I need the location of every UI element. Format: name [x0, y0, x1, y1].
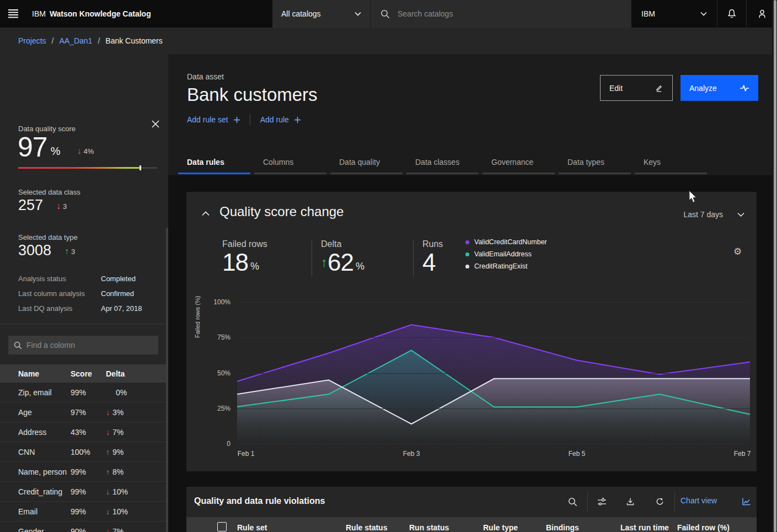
delta-value: 9% — [112, 448, 124, 456]
quality-score-change-card: Quality score change Last 7 days Failed … — [186, 192, 757, 471]
violations-header-rule-status[interactable]: Rule status — [346, 523, 387, 532]
find-column-input[interactable] — [26, 341, 148, 350]
catalog-selector[interactable]: All catalogs — [272, 0, 371, 28]
gear-icon[interactable]: ⚙ — [733, 246, 742, 257]
column-delta: ↓7% — [106, 428, 150, 437]
reset-button[interactable] — [650, 492, 669, 511]
table-row[interactable]: Age97%↓3% — [0, 402, 168, 422]
legend-label: ValidEmailAddress — [474, 250, 532, 258]
breadcrumb-separator: / — [98, 36, 100, 45]
brand-prefix: IBM — [32, 9, 46, 18]
delta-value: 7% — [112, 527, 124, 532]
chart-stats: Failed rows18%Delta↑62%Runs4 — [222, 239, 443, 278]
download-button[interactable] — [621, 492, 640, 511]
violations-header-last-run-time[interactable]: Last run time — [620, 523, 669, 532]
hamburger-menu-icon[interactable] — [0, 0, 26, 28]
time-range-selector[interactable]: Last 7 days — [683, 210, 744, 219]
page-title: Bank customers — [187, 84, 318, 105]
time-range-label: Last 7 days — [683, 210, 723, 219]
y-tick-label: 100% — [197, 298, 231, 306]
table-row[interactable]: Address43%↓7% — [0, 422, 168, 442]
tab-data-rules[interactable]: Data rules — [177, 154, 253, 174]
account-selector[interactable]: IBM — [631, 0, 717, 28]
status-label: Last DQ analysis — [18, 304, 101, 313]
top-bar: IBM Watson Knowledge Catalog All catalog… — [0, 0, 777, 28]
legend-item[interactable]: ValidCreditCardNumber — [465, 238, 547, 246]
chart-card-title: Quality score change — [219, 204, 344, 219]
analyze-button[interactable]: Analyze — [680, 75, 758, 101]
column-delta: ↑9% — [106, 448, 150, 456]
data-type-number: 3008 — [18, 242, 51, 259]
add-rule-set-link[interactable]: Add rule set — [187, 115, 240, 124]
download-icon — [626, 497, 635, 506]
tab-data-types[interactable]: Data types — [558, 154, 634, 174]
table-row[interactable]: Credit_rating99%↓10% — [0, 482, 168, 502]
gridline — [237, 444, 750, 444]
app-brand: IBM Watson Knowledge Catalog — [32, 0, 151, 28]
breadcrumb-link[interactable]: AA_Dan1 — [59, 36, 92, 45]
page-scrollbar-thumb[interactable] — [774, 0, 776, 532]
tab-columns[interactable]: Columns — [253, 154, 329, 174]
asset-tabs: Data rulesColumnsData qualityData classe… — [177, 154, 710, 174]
gridline — [237, 337, 750, 338]
tab-governance[interactable]: Governance — [481, 154, 558, 174]
tab-data-classes[interactable]: Data classes — [405, 154, 481, 174]
select-all-checkbox[interactable] — [217, 522, 227, 531]
divider — [312, 240, 312, 277]
columns-table-body: Zip, email99%0%Age97%↓3%Address43%↓7%CNN… — [0, 383, 168, 532]
tab-underline — [635, 173, 707, 174]
collapse-chevron-up-icon[interactable] — [202, 208, 212, 216]
close-icon[interactable] — [149, 118, 162, 130]
column-name: Credit_rating — [0, 487, 71, 496]
table-row[interactable]: Email99%↓10% — [0, 502, 168, 522]
gridline — [237, 302, 750, 303]
tab-underline — [178, 173, 250, 174]
quality-score-value: 97 % ↓ 4% — [18, 133, 94, 161]
legend-item[interactable]: CreditRatingExist — [465, 262, 547, 270]
stat-runs: Runs4 — [422, 239, 443, 278]
column-delta: 0% — [106, 388, 150, 397]
arrow-down-icon: ↓ — [106, 428, 110, 437]
edit-button-label: Edit — [609, 84, 623, 93]
column-name: CNN — [0, 448, 71, 456]
divider — [587, 491, 588, 512]
table-row[interactable]: Name, person99%↑8% — [0, 462, 168, 482]
tab-data-quality[interactable]: Data quality — [329, 154, 405, 174]
column-name: Name, person — [0, 467, 71, 476]
breadcrumb-link[interactable]: Projects — [18, 36, 46, 45]
gauge-gradient — [18, 167, 140, 169]
chart-view-toggle[interactable]: Chart view — [680, 496, 717, 505]
edit-button[interactable]: Edit — [600, 75, 673, 101]
stat-number: 4 — [422, 250, 435, 275]
status-row: Analysis statusCompleted — [18, 275, 151, 283]
y-tick-label: 75% — [197, 334, 231, 341]
violations-header-run-status[interactable]: Run status — [409, 523, 449, 532]
data-class-number: 257 — [18, 197, 43, 213]
tab-label: Data quality — [339, 158, 380, 166]
divider — [674, 491, 675, 512]
chart-legend: ValidCreditCardNumberValidEmailAddressCr… — [465, 238, 547, 270]
violations-header-failed-row[interactable]: Failed row (%) — [677, 523, 730, 532]
legend-label: CreditRatingExist — [474, 262, 528, 270]
table-row[interactable]: CNN100%↑9% — [0, 442, 168, 462]
breadcrumb-separator: / — [52, 36, 54, 45]
data-type-delta: 3 — [71, 248, 75, 256]
column-delta: ↑8% — [106, 467, 150, 476]
violations-header-rule-type[interactable]: Rule type — [483, 523, 518, 532]
violations-header-rule-set[interactable]: Rule set — [237, 523, 267, 532]
tab-keys[interactable]: Keys — [634, 154, 710, 174]
add-rule-link[interactable]: Add rule — [260, 115, 301, 124]
violations-header-bindings[interactable]: Bindings — [546, 523, 579, 532]
chart-view-icon[interactable] — [737, 492, 755, 511]
add-rule-label: Add rule — [260, 115, 289, 124]
filter-button[interactable] — [592, 492, 611, 511]
table-row[interactable]: Zip, email99%0% — [0, 383, 168, 402]
search-input[interactable] — [398, 9, 607, 18]
settings-adjust-icon — [597, 498, 607, 506]
search-button[interactable] — [563, 492, 582, 511]
stat-label: Runs — [422, 239, 443, 249]
table-row[interactable]: Gender90%↓7% — [0, 522, 168, 532]
y-tick-label: 0 — [197, 440, 231, 448]
legend-item[interactable]: ValidEmailAddress — [465, 250, 547, 258]
notifications-button[interactable] — [717, 0, 746, 28]
